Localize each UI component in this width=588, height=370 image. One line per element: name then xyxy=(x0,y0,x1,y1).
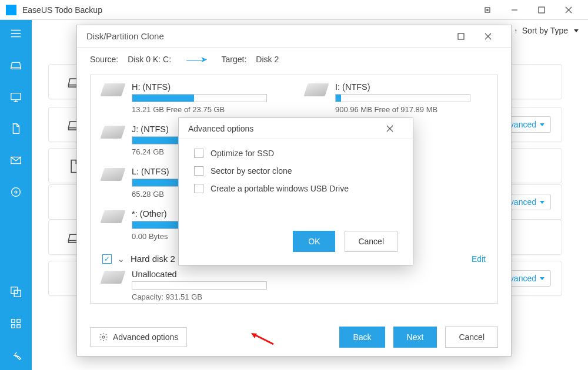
svg-rect-2 xyxy=(11,93,21,100)
partition-name: H: (NTFS) xyxy=(132,82,282,92)
sort-by-label: Sort by Type xyxy=(522,26,568,35)
checkbox-checked-icon[interactable]: ✓ xyxy=(102,254,112,264)
partition-name: Unallocated xyxy=(132,270,486,279)
usage-bar xyxy=(132,94,267,102)
svg-rect-9 xyxy=(17,319,21,323)
advanced-options-dialog: Advanced options Optimize for SSD Sector… xyxy=(178,117,413,265)
target-label: Target: xyxy=(222,55,247,64)
checkbox-icon[interactable] xyxy=(194,149,203,158)
disk-icon xyxy=(102,168,123,181)
mail-backup-icon[interactable] xyxy=(9,154,22,167)
close-icon[interactable] xyxy=(475,26,502,46)
option-label: Create a portable windows USB Drive xyxy=(211,184,349,193)
partition-row[interactable]: I: (NTFS) 900.96 MB Free of 917.89 MB xyxy=(306,82,486,114)
next-button[interactable]: Next xyxy=(393,327,437,348)
partition-free: 900.96 MB Free of 917.89 MB xyxy=(335,105,486,114)
cancel-button[interactable]: Cancel xyxy=(445,327,498,348)
svg-rect-10 xyxy=(12,325,15,328)
cancel-button[interactable]: Cancel xyxy=(345,231,397,252)
svg-rect-8 xyxy=(12,319,15,323)
source-value: Disk 0 K: C: xyxy=(128,55,171,64)
edit-link[interactable]: Edit xyxy=(472,254,486,264)
system-backup-icon[interactable] xyxy=(9,90,22,103)
option-label: Sector by sector clone xyxy=(211,166,292,176)
disk-icon xyxy=(102,210,123,223)
option-ssd[interactable]: Optimize for SSD xyxy=(194,149,397,158)
partition-row[interactable]: H: (NTFS) 13.21 GB Free of 23.75 GB xyxy=(102,82,282,114)
wrench-icon[interactable] xyxy=(9,349,22,362)
source-label: Source: xyxy=(90,55,118,64)
popup-title: Advanced options xyxy=(188,124,376,133)
app-icon xyxy=(6,5,16,15)
sidebar xyxy=(0,20,32,370)
partition-name: I: (NTFS) xyxy=(335,82,486,92)
option-sector[interactable]: Sector by sector clone xyxy=(194,166,397,176)
partition-row[interactable]: Unallocated Capacity: 931.51 GB xyxy=(102,270,486,301)
chevron-down-icon xyxy=(574,29,579,32)
sort-by-button[interactable]: ↑ Sort by Type xyxy=(514,26,579,35)
disk-icon xyxy=(102,271,123,284)
smart-backup-icon[interactable] xyxy=(9,186,22,199)
arrow-right-icon: ——➤ xyxy=(186,55,206,64)
menu-icon[interactable] xyxy=(9,27,22,40)
checkbox-icon[interactable] xyxy=(194,184,203,193)
minimize-icon[interactable] xyxy=(501,0,528,20)
disk-icon xyxy=(102,126,123,139)
toggle-icon[interactable] xyxy=(474,0,501,20)
annotation-arrow-icon xyxy=(249,331,275,349)
disk-backup-icon[interactable] xyxy=(9,59,22,72)
clone-icon[interactable] xyxy=(9,285,22,298)
back-button[interactable]: Back xyxy=(339,327,385,348)
file-backup-icon[interactable] xyxy=(9,122,22,135)
advanced-options-label: Advanced options xyxy=(113,332,178,342)
app-title: EaseUS Todo Backup xyxy=(22,5,474,15)
chevron-down-icon[interactable]: ⌄ xyxy=(118,254,125,264)
svg-rect-1 xyxy=(539,7,544,13)
usage-bar xyxy=(335,94,470,102)
option-portable-usb[interactable]: Create a portable windows USB Drive xyxy=(194,184,397,193)
maximize-icon[interactable] xyxy=(447,26,475,46)
sort-arrow-icon: ↑ xyxy=(514,27,517,35)
svg-point-13 xyxy=(102,336,105,338)
disk-icon xyxy=(306,83,327,96)
dialog-title: Disk/Partition Clone xyxy=(86,31,447,41)
close-icon[interactable] xyxy=(555,0,582,20)
svg-rect-12 xyxy=(458,33,464,39)
svg-rect-11 xyxy=(17,325,21,328)
usage-bar xyxy=(132,281,267,290)
partition-free: 13.21 GB Free of 23.75 GB xyxy=(132,105,282,114)
close-icon[interactable] xyxy=(376,119,403,139)
source-target-row: Source: Disk 0 K: C: ——➤ Target: Disk 2 xyxy=(77,48,511,75)
svg-point-4 xyxy=(12,188,21,197)
gear-icon xyxy=(99,332,108,342)
checkbox-icon[interactable] xyxy=(194,166,203,176)
option-label: Optimize for SSD xyxy=(211,149,274,158)
maximize-icon[interactable] xyxy=(528,0,555,20)
tools-icon[interactable] xyxy=(9,317,22,330)
svg-point-5 xyxy=(15,191,17,193)
ok-button[interactable]: OK xyxy=(293,231,335,252)
partition-capacity: Capacity: 931.51 GB xyxy=(132,292,486,301)
advanced-options-button[interactable]: Advanced options xyxy=(90,327,187,347)
disk-icon xyxy=(102,83,123,96)
target-value: Disk 2 xyxy=(256,55,279,64)
